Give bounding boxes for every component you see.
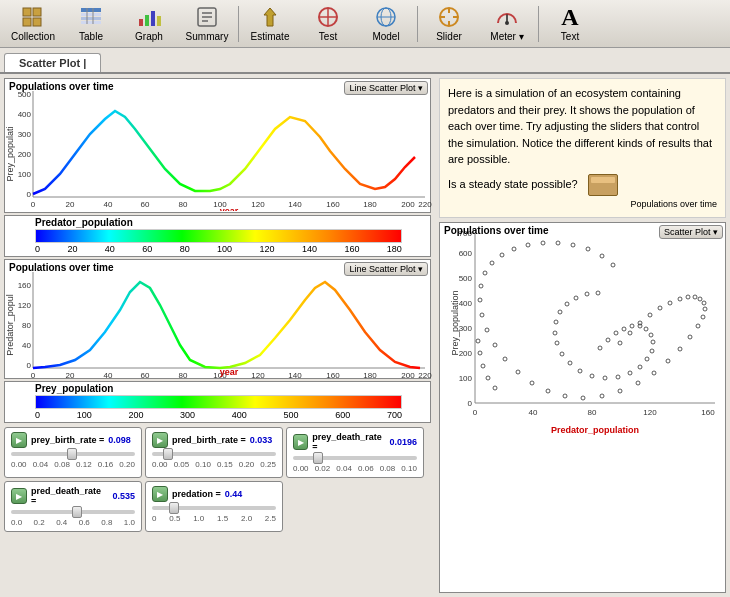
pred-death-rate-thumb[interactable] — [72, 506, 82, 518]
predator-chart-svg: Predator_popul 0 40 80 120 160 0 20 40 6… — [5, 260, 435, 378]
prey-chart-dropdown[interactable]: Line Scatter Plot ▾ — [344, 81, 428, 95]
predator-chart-dropdown[interactable]: Line Scatter Plot ▾ — [344, 262, 428, 276]
svg-point-109 — [636, 381, 640, 385]
table-toolbar-btn[interactable]: Table — [62, 2, 120, 46]
info-box: Here is a simulation of an ecosystem con… — [439, 78, 726, 218]
svg-text:600: 600 — [459, 249, 473, 258]
svg-point-161 — [493, 386, 497, 390]
svg-point-115 — [530, 381, 534, 385]
prey-birth-rate-value: 0.098 — [108, 435, 131, 445]
svg-point-149 — [590, 374, 594, 378]
prey-colorbar: Prey_population 0100200300400500600700 — [4, 381, 431, 423]
svg-text:200: 200 — [401, 371, 415, 378]
pred-death-rate-track[interactable] — [11, 510, 135, 514]
svg-text:120: 120 — [18, 301, 32, 310]
svg-point-94 — [648, 313, 652, 317]
svg-point-91 — [618, 341, 622, 345]
svg-rect-13 — [157, 16, 161, 26]
prey-chart-svg: Prey_populati 0 100 200 300 400 500 0 20… — [5, 79, 435, 211]
svg-point-159 — [585, 292, 589, 296]
predation-thumb[interactable] — [169, 502, 179, 514]
svg-point-134 — [598, 346, 602, 350]
svg-text:120: 120 — [251, 200, 265, 209]
svg-text:100: 100 — [459, 374, 473, 383]
sliders-section: ▶ prey_birth_rate = 0.098 0.000.040.080.… — [4, 427, 431, 532]
predator-colorbar-ticks: 020406080100120140160180 — [35, 244, 402, 254]
pred-birth-rate-play[interactable]: ▶ — [152, 432, 168, 448]
svg-text:100: 100 — [18, 170, 32, 179]
svg-point-114 — [546, 389, 550, 393]
text-toolbar-btn[interactable]: A Text — [541, 2, 599, 46]
svg-text:0: 0 — [31, 200, 36, 209]
svg-text:Predator_popul: Predator_popul — [5, 294, 15, 356]
svg-text:Predator_population: Predator_population — [551, 425, 639, 435]
svg-point-119 — [485, 328, 489, 332]
slider-toolbar-btn[interactable]: Slider — [420, 2, 478, 46]
text-icon: A — [558, 5, 582, 29]
svg-point-138 — [630, 324, 634, 328]
svg-text:20: 20 — [66, 200, 75, 209]
predator-chart: Populations over time Line Scatter Plot … — [4, 259, 431, 379]
svg-point-104 — [696, 324, 700, 328]
prey-death-rate-track[interactable] — [293, 456, 417, 460]
svg-point-164 — [478, 351, 482, 355]
svg-point-163 — [481, 364, 485, 368]
svg-point-116 — [516, 370, 520, 374]
graph-toolbar-btn[interactable]: Graph — [120, 2, 178, 46]
prey-death-rate-label: prey_death_rate = — [312, 432, 385, 452]
scatter-plot-title: Populations over time — [444, 225, 548, 236]
svg-point-143 — [650, 349, 654, 353]
svg-text:60: 60 — [141, 200, 150, 209]
svg-point-150 — [578, 369, 582, 373]
prey-birth-rate-label: prey_birth_rate = — [31, 435, 104, 445]
svg-point-144 — [645, 357, 649, 361]
predation-play[interactable]: ▶ — [152, 486, 168, 502]
prey-death-rate-thumb[interactable] — [313, 452, 323, 464]
svg-text:160: 160 — [18, 281, 32, 290]
svg-point-147 — [616, 375, 620, 379]
prey-birth-rate-track[interactable] — [11, 452, 135, 456]
svg-point-125 — [500, 253, 504, 257]
scatter-plot-dropdown[interactable]: Scatter Plot ▾ — [659, 225, 723, 239]
predation-track[interactable] — [152, 506, 276, 510]
predator-colorbar-bar — [35, 229, 402, 243]
svg-point-102 — [703, 307, 707, 311]
model-toolbar-btn[interactable]: Model — [357, 2, 415, 46]
svg-point-126 — [512, 247, 516, 251]
svg-rect-10 — [139, 19, 143, 26]
pred-birth-rate-ticks: 0.000.050.100.150.200.25 — [152, 460, 276, 469]
prey-death-rate-play[interactable]: ▶ — [293, 434, 308, 450]
meter-toolbar-btn[interactable]: Meter ▾ — [478, 2, 536, 46]
tab-scatter-plot[interactable]: Scatter Plot | — [4, 53, 101, 72]
svg-text:40: 40 — [104, 371, 113, 378]
pred-birth-rate-thumb[interactable] — [163, 448, 173, 460]
svg-text:120: 120 — [643, 408, 657, 417]
test-toolbar-btn[interactable]: Test — [299, 2, 357, 46]
svg-point-105 — [688, 335, 692, 339]
svg-point-121 — [478, 298, 482, 302]
svg-point-160 — [596, 291, 600, 295]
svg-point-132 — [600, 254, 604, 258]
pred-birth-rate-track[interactable] — [152, 452, 276, 456]
svg-point-158 — [574, 296, 578, 300]
svg-point-135 — [606, 338, 610, 342]
prey-birth-rate-play[interactable]: ▶ — [11, 432, 27, 448]
pred-death-rate-play[interactable]: ▶ — [11, 488, 27, 504]
pred-death-rate-ticks: 0.00.20.40.60.81.0 — [11, 518, 135, 527]
summary-toolbar-btn[interactable]: Summary — [178, 2, 236, 46]
svg-text:500: 500 — [459, 274, 473, 283]
svg-point-128 — [541, 241, 545, 245]
svg-point-148 — [603, 376, 607, 380]
prey-chart: Populations over time Line Scatter Plot … — [4, 78, 431, 213]
estimate-icon — [258, 5, 282, 29]
prey-birth-rate-thumb[interactable] — [67, 448, 77, 460]
svg-point-101 — [702, 301, 706, 305]
prey-birth-rate-slider: ▶ prey_birth_rate = 0.098 0.000.040.080.… — [4, 427, 142, 478]
predator-colorbar-label: Predator_population — [35, 217, 402, 228]
estimate-toolbar-btn[interactable]: Estimate — [241, 2, 299, 46]
svg-point-129 — [556, 241, 560, 245]
svg-point-120 — [480, 313, 484, 317]
svg-point-107 — [666, 359, 670, 363]
predation-slider: ▶ predation = 0.44 00.51.01.52.02.5 — [145, 481, 283, 532]
collection-toolbar-btn[interactable]: Collection — [4, 2, 62, 46]
